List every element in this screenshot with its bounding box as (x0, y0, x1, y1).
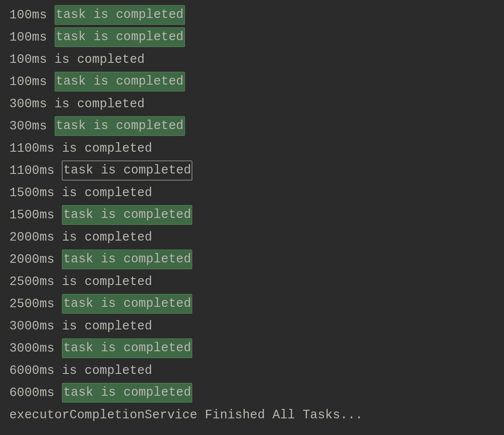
console-line: 1100ms task is completed (9, 160, 504, 182)
console-line: executorCompletionService Finished All T… (9, 404, 504, 426)
console-output: 100ms task is completed 100ms task is co… (0, 0, 504, 426)
line-text: 2000ms (9, 253, 62, 267)
search-highlight: task is completed (62, 383, 192, 403)
search-highlight: task is completed (55, 72, 185, 91)
line-text: 2000ms is completed (9, 230, 152, 244)
search-highlight: task is completed (62, 250, 192, 269)
console-line: 100ms task is completed (9, 26, 504, 49)
line-text: 100ms (9, 8, 55, 22)
console-line: 3000ms task is completed (9, 338, 504, 360)
console-line: 2500ms is completed (9, 271, 504, 293)
console-line: 100ms task is completed (9, 4, 504, 26)
console-line: 300ms task is completed (9, 115, 504, 138)
search-highlight-current: task is completed (62, 161, 192, 180)
line-text: 1100ms is completed (9, 141, 152, 156)
line-text: 6000ms (9, 386, 62, 400)
line-text: 6000ms is completed (9, 364, 152, 378)
search-highlight: task is completed (62, 294, 192, 314)
console-line: 1500ms task is completed (9, 204, 504, 226)
console-line: 1500ms is completed (9, 182, 504, 204)
console-line: 3000ms is completed (9, 315, 504, 338)
line-text: 3000ms (9, 341, 62, 356)
line-text: 300ms (9, 119, 55, 133)
line-text: 3000ms is completed (9, 319, 152, 333)
line-text: executorCompletionService Finished All T… (9, 408, 363, 422)
console-line: 6000ms is completed (9, 360, 504, 382)
console-line: 2000ms is completed (9, 226, 504, 249)
line-text: 100ms (9, 30, 55, 44)
line-text: 100ms is completed (9, 53, 145, 67)
line-text: 1500ms (9, 208, 62, 222)
search-highlight: task is completed (55, 116, 185, 136)
line-text: 1500ms is completed (9, 186, 152, 200)
search-highlight: task is completed (55, 27, 185, 47)
console-line: 100ms task is completed (9, 71, 504, 93)
console-line: 2500ms task is completed (9, 293, 504, 315)
console-line: 1100ms is completed (9, 138, 504, 160)
console-line: 100ms is completed (9, 49, 504, 71)
search-highlight: task is completed (55, 5, 185, 25)
search-highlight: task is completed (62, 205, 192, 225)
line-text: 1100ms (9, 164, 62, 178)
line-text: 2500ms is completed (9, 275, 152, 289)
line-text: 2500ms (9, 297, 62, 311)
search-highlight: task is completed (62, 338, 192, 358)
console-line: 300ms is completed (9, 93, 504, 115)
line-text: 100ms (9, 75, 55, 89)
console-line: 2000ms task is completed (9, 249, 504, 271)
console-line: 6000ms task is completed (9, 382, 504, 404)
line-text: 300ms is completed (9, 97, 145, 111)
